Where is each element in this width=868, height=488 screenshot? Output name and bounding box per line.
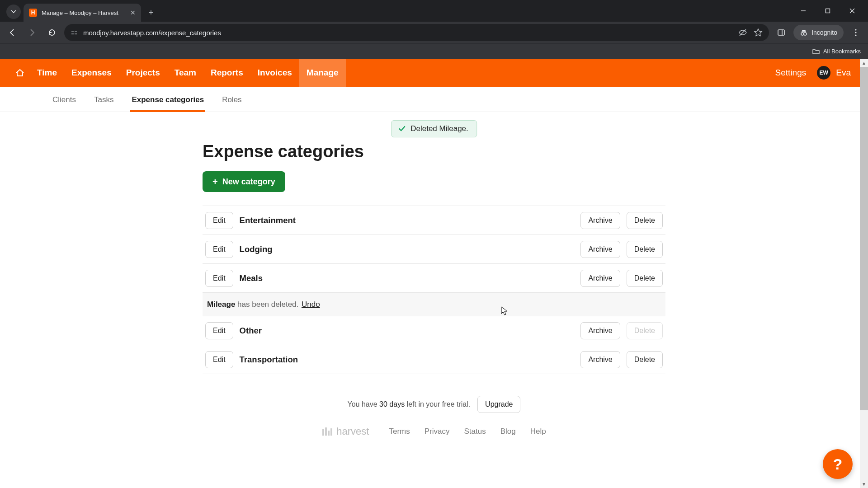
subnav-clients[interactable]: Clients [52, 88, 84, 112]
edit-button[interactable]: Edit [205, 322, 233, 339]
forward-button[interactable] [24, 25, 40, 40]
svg-rect-16 [328, 431, 330, 436]
browser-chrome: H Manage – Moodjoy – Harvest ✕ + moodjoy… [0, 0, 868, 59]
svg-rect-4 [71, 33, 74, 34]
scrollbar-track[interactable]: ▲ ▼ [860, 59, 868, 488]
eye-off-icon[interactable] [738, 28, 747, 37]
check-icon [398, 125, 406, 133]
maximize-button[interactable] [816, 0, 840, 22]
footer-link-status[interactable]: Status [464, 427, 486, 436]
help-fab[interactable]: ? [823, 449, 853, 479]
svg-point-12 [855, 32, 856, 33]
svg-point-9 [801, 33, 804, 35]
new-category-button[interactable]: + New category [203, 171, 285, 192]
close-window-button[interactable] [840, 0, 864, 22]
svg-point-13 [855, 34, 856, 36]
category-row: Edit Other Archive Delete [203, 316, 665, 345]
kebab-menu-button[interactable] [848, 25, 863, 40]
chevron-down-icon [11, 9, 16, 14]
tab-close-button[interactable]: ✕ [130, 9, 136, 16]
footer-link-privacy[interactable]: Privacy [425, 427, 450, 436]
scroll-up-button[interactable]: ▲ [860, 59, 868, 67]
edit-button[interactable]: Edit [205, 241, 233, 258]
category-name: Lodging [240, 244, 575, 254]
archive-button[interactable]: Archive [580, 322, 620, 339]
folder-icon [812, 48, 820, 55]
toast-text: Deleted Mileage. [410, 124, 468, 133]
upgrade-button[interactable]: Upgrade [477, 396, 520, 413]
edit-button[interactable]: Edit [205, 270, 233, 287]
window-controls [791, 0, 864, 22]
tab-favicon: H [29, 9, 37, 17]
trial-text: You have 30 days left in your free trial… [348, 400, 471, 408]
category-name: Other [240, 326, 575, 336]
deleted-category-name: Mileage [207, 300, 235, 309]
user-name[interactable]: Eva [834, 59, 858, 87]
new-tab-button[interactable]: + [145, 6, 157, 19]
category-row: Edit Transportation Archive Delete [203, 345, 665, 374]
delete-button[interactable]: Delete [627, 270, 663, 287]
url-text: moodjoy.harvestapp.com/expense_categorie… [83, 29, 221, 37]
deleted-message: Mileage has been deleted. Undo [205, 300, 663, 309]
trial-banner: You have 30 days left in your free trial… [203, 396, 665, 413]
success-toast: Deleted Mileage. [391, 120, 477, 137]
new-category-label: New category [222, 177, 275, 187]
reload-button[interactable] [44, 25, 60, 40]
svg-rect-14 [322, 429, 324, 436]
nav-settings[interactable]: Settings [768, 59, 814, 87]
scrollbar-thumb[interactable] [860, 67, 868, 410]
svg-rect-7 [778, 30, 784, 35]
nav-invoices[interactable]: Invoices [250, 59, 299, 87]
nav-expenses[interactable]: Expenses [64, 59, 119, 87]
incognito-indicator[interactable]: Incognito [793, 25, 844, 40]
delete-button[interactable]: Delete [627, 212, 663, 229]
nav-projects[interactable]: Projects [119, 59, 167, 87]
subnav-tasks[interactable]: Tasks [94, 88, 122, 112]
tab-search-button[interactable] [6, 5, 21, 19]
star-icon[interactable] [754, 28, 763, 37]
subnav-roles[interactable]: Roles [222, 88, 250, 112]
nav-team[interactable]: Team [167, 59, 203, 87]
archive-button[interactable]: Archive [580, 270, 620, 287]
nav-home-button[interactable] [10, 59, 30, 87]
nav-time[interactable]: Time [30, 59, 64, 87]
back-button[interactable] [5, 25, 20, 40]
archive-button[interactable]: Archive [580, 351, 620, 368]
footer-link-help[interactable]: Help [530, 427, 546, 436]
delete-button[interactable]: Delete [627, 351, 663, 368]
deleted-suffix: has been deleted. [237, 300, 298, 309]
sidepanel-button[interactable] [774, 25, 789, 40]
deleted-category-row: Mileage has been deleted. Undo [203, 293, 665, 316]
edit-button[interactable]: Edit [205, 351, 233, 368]
browser-tab[interactable]: H Manage – Moodjoy – Harvest ✕ [24, 4, 141, 22]
minimize-button[interactable] [791, 0, 816, 22]
category-name: Entertainment [240, 216, 575, 225]
primary-nav: Time Expenses Projects Team Reports Invo… [0, 59, 868, 87]
undo-link[interactable]: Undo [302, 300, 320, 309]
tab-strip: H Manage – Moodjoy – Harvest ✕ + [0, 0, 868, 22]
nav-reports[interactable]: Reports [203, 59, 250, 87]
delete-button[interactable]: Delete [627, 241, 663, 258]
archive-button[interactable]: Archive [580, 212, 620, 229]
category-row: Edit Entertainment Archive Delete [203, 206, 665, 235]
svg-rect-5 [75, 33, 77, 34]
tab-title: Manage – Moodjoy – Harvest [42, 9, 126, 16]
footer-link-terms[interactable]: Terms [389, 427, 410, 436]
svg-point-11 [855, 29, 856, 30]
user-avatar[interactable]: EW [817, 66, 830, 80]
edit-button[interactable]: Edit [205, 212, 233, 229]
svg-rect-3 [75, 31, 77, 32]
category-list: Edit Entertainment Archive Delete Edit L… [203, 206, 665, 374]
nav-manage[interactable]: Manage [299, 59, 346, 87]
address-bar[interactable]: moodjoy.harvestapp.com/expense_categorie… [64, 24, 769, 41]
archive-button[interactable]: Archive [580, 241, 620, 258]
all-bookmarks-link[interactable]: All Bookmarks [823, 48, 861, 55]
scroll-down-button[interactable]: ▼ [860, 480, 868, 488]
bookmarks-bar: All Bookmarks [0, 43, 868, 59]
category-name: Meals [240, 273, 575, 283]
footer-link-blog[interactable]: Blog [500, 427, 516, 436]
harvest-logo: harvest [322, 426, 369, 437]
subnav-expense-categories[interactable]: Expense categories [132, 88, 212, 112]
browser-toolbar: moodjoy.harvestapp.com/expense_categorie… [0, 22, 868, 43]
svg-rect-1 [826, 9, 830, 13]
